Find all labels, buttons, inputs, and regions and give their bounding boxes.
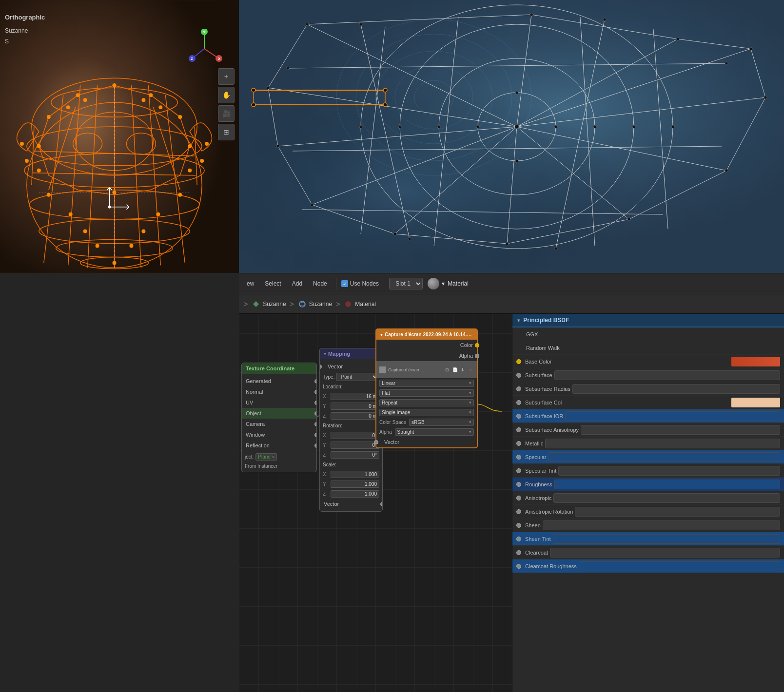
pbsdf-clearcoat-roughness-field[interactable] bbox=[579, 561, 780, 571]
texcoord-reflection-socket[interactable] bbox=[314, 443, 317, 448]
pbsdf-specular-field[interactable] bbox=[548, 452, 780, 462]
pbsdf-sheen-field[interactable] bbox=[543, 520, 780, 530]
pbsdf-subsurface-ior-field[interactable] bbox=[565, 411, 780, 421]
pan-tool-btn[interactable]: ✋ bbox=[218, 87, 235, 103]
pbsdf-subsurface-radius-field[interactable] bbox=[572, 384, 780, 394]
svg-point-38 bbox=[47, 193, 51, 197]
pbsdf-subsurface-field[interactable] bbox=[554, 370, 780, 380]
breadcrumb-suzanne-1[interactable]: Suzanne bbox=[252, 300, 286, 308]
capture-repeat-row: Repeat ▾ bbox=[376, 398, 477, 407]
capture-color-socket[interactable] bbox=[475, 343, 479, 347]
pbsdf-clearcoat-roughness-label: Clearcoat Roughness bbox=[525, 563, 577, 569]
pbsdf-anisotropic-field[interactable] bbox=[553, 493, 780, 503]
pbsdf-clearcoat-field[interactable] bbox=[550, 548, 780, 557]
pbsdf-roughness-field[interactable] bbox=[554, 480, 780, 489]
svg-point-50 bbox=[158, 105, 162, 109]
mapping-scale-z-row: Z 1.000 bbox=[320, 489, 382, 499]
svg-point-52 bbox=[205, 142, 209, 146]
svg-point-40 bbox=[69, 212, 73, 216]
breadcrumb-suzanne-2[interactable]: Suzanne bbox=[298, 300, 332, 308]
mapping-rot-x-row: X 0° bbox=[320, 430, 382, 440]
svg-point-35 bbox=[188, 144, 192, 148]
viewport-3d[interactable]: Orthographic Suzanne S Y X Z Y bbox=[0, 0, 239, 273]
svg-point-33 bbox=[178, 115, 182, 119]
texcoord-object-socket[interactable] bbox=[314, 411, 317, 416]
select-menu-btn[interactable]: Select bbox=[261, 278, 285, 289]
capture-flat-dropdown[interactable]: ▾ bbox=[469, 390, 471, 395]
pbsdf-subsurface-col-socket bbox=[516, 400, 521, 405]
pbsdf-subsurface-col-swatch[interactable] bbox=[731, 398, 780, 407]
view-menu-btn[interactable]: ew bbox=[243, 278, 258, 289]
breadcrumb-label-1: Suzanne bbox=[263, 301, 286, 308]
texcoord-reflection-label: Reflection bbox=[246, 442, 270, 448]
mapping-node[interactable]: ▾ Mapping Vector Type: Point Lo bbox=[319, 348, 383, 512]
capture-btn-1[interactable]: ⊞ bbox=[444, 366, 451, 373]
node-editor-canvas[interactable]: Texture Coordinate Generated Normal UV O… bbox=[239, 314, 512, 692]
slot-select[interactable]: Slot 1 bbox=[389, 278, 423, 289]
camera-tool-btn[interactable]: 🎥 bbox=[218, 105, 235, 122]
bottom-left-bg bbox=[0, 273, 239, 692]
texcoord-camera-label: Camera bbox=[246, 421, 265, 427]
mapping-vector-in-socket[interactable] bbox=[319, 365, 322, 369]
add-menu-btn[interactable]: Add bbox=[288, 278, 306, 289]
pbsdf-clearcoat-row: Clearcoat bbox=[512, 546, 784, 559]
capture-vector-in-label: Vector bbox=[380, 439, 399, 445]
material-globe-icon bbox=[428, 278, 439, 289]
capture-node[interactable]: ▾ Capture d'écran 2022-09-24 à 10.14.4..… bbox=[375, 328, 478, 448]
pbsdf-metallic-field[interactable] bbox=[545, 439, 780, 448]
texcoord-normal-socket[interactable] bbox=[314, 390, 317, 394]
capture-linear-dropdown[interactable]: ▾ bbox=[469, 381, 471, 385]
mapping-vector-out-socket[interactable] bbox=[380, 502, 383, 506]
texcoord-generated-socket[interactable] bbox=[314, 379, 317, 384]
axis-widget: Y X Z Y bbox=[185, 29, 224, 70]
svg-point-135 bbox=[286, 67, 289, 70]
texcoord-body: Generated Normal UV Object Camera bbox=[242, 374, 316, 472]
pbsdf-sheen-label: Sheen bbox=[525, 522, 541, 528]
mapping-vector-out-row: Vector bbox=[320, 499, 382, 509]
capture-colorspace-dropdown[interactable]: ▾ bbox=[469, 420, 471, 424]
pbsdf-base-color-swatch[interactable] bbox=[731, 357, 780, 366]
svg-point-112 bbox=[764, 96, 767, 99]
mapping-scale-x-value: 1.000 bbox=[365, 472, 377, 477]
pbsdf-subsurface-col-row: Subsurface Col bbox=[512, 396, 784, 409]
svg-point-30 bbox=[76, 93, 80, 97]
grid-tool-btn[interactable]: ⊞ bbox=[218, 124, 235, 140]
material-icon bbox=[344, 300, 353, 308]
pbsdf-anisotropic-rotation-field[interactable] bbox=[575, 507, 780, 517]
pbsdf-specular-tint-field[interactable] bbox=[558, 466, 780, 476]
pbsdf-sheen-tint-field[interactable] bbox=[553, 534, 780, 544]
texcoord-window-socket[interactable] bbox=[314, 433, 317, 437]
node-menu-btn[interactable]: Node bbox=[309, 278, 331, 289]
pbsdf-subsurface-anisotropy-field[interactable] bbox=[581, 425, 780, 435]
zoom-tool-btn[interactable]: ＋ bbox=[218, 68, 235, 85]
capture-vector-in-socket[interactable] bbox=[374, 440, 378, 444]
svg-point-115 bbox=[506, 242, 509, 245]
breadcrumb-material[interactable]: Material bbox=[344, 300, 376, 308]
capture-colorspace-value: sRGB bbox=[412, 420, 425, 425]
svg-point-121 bbox=[515, 91, 518, 94]
texcoord-camera-socket[interactable] bbox=[314, 422, 317, 426]
mapping-body: Vector Type: Point Location: X -16 m bbox=[320, 359, 382, 511]
svg-point-46 bbox=[113, 261, 117, 265]
mapping-title: Mapping bbox=[328, 351, 350, 357]
texcoord-plane-close[interactable]: × bbox=[272, 455, 274, 460]
mapping-vector-in-label: Vector bbox=[324, 364, 343, 369]
capture-close-btn[interactable]: × bbox=[467, 366, 474, 373]
capture-single-image-dropdown[interactable]: ▾ bbox=[469, 410, 471, 415]
pbsdf-roughness-row: Roughness bbox=[512, 478, 784, 491]
capture-image-name: Capture d'écran ... bbox=[388, 367, 424, 372]
texcoord-node[interactable]: Texture Coordinate Generated Normal UV O… bbox=[241, 363, 317, 472]
capture-alpha-socket[interactable] bbox=[475, 354, 479, 358]
svg-point-45 bbox=[129, 244, 133, 248]
capture-alpha-mode-dropdown[interactable]: ▾ bbox=[469, 429, 471, 434]
mapping-type-select[interactable]: Point bbox=[336, 373, 379, 381]
use-nodes-toggle[interactable]: ✓ Use Nodes bbox=[341, 280, 379, 287]
capture-btn-2[interactable]: 📄 bbox=[451, 366, 458, 373]
mapping-vector-in-row: Vector bbox=[320, 361, 382, 372]
capture-repeat-dropdown[interactable]: ▾ bbox=[469, 400, 471, 405]
mesh-icon bbox=[298, 300, 307, 308]
texcoord-uv-socket[interactable] bbox=[314, 401, 317, 405]
principled-bsdf-collapse-icon: ▾ bbox=[517, 318, 520, 323]
uv-editor[interactable] bbox=[239, 0, 784, 273]
capture-btn-3[interactable]: ⬇ bbox=[459, 366, 466, 373]
